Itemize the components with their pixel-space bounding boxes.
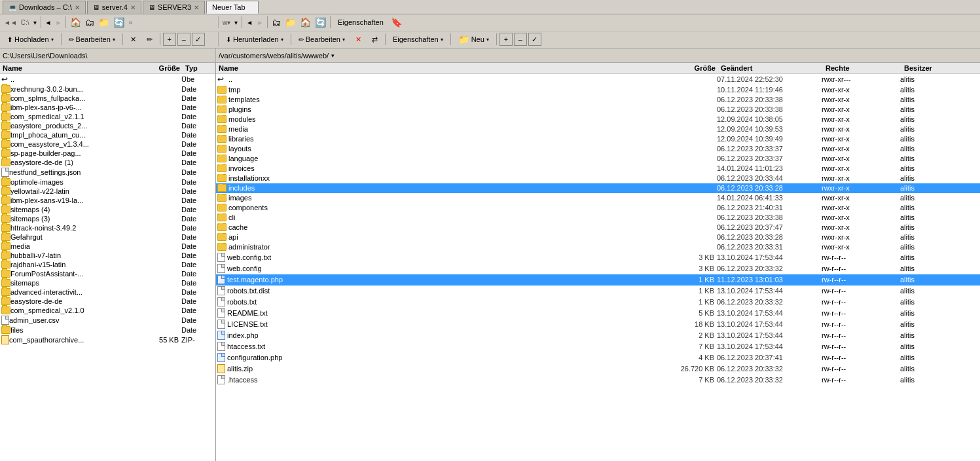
properties-btn[interactable]: Eigenschaften ▾ xyxy=(388,32,448,46)
right-path-dropdown[interactable]: ▾ xyxy=(331,52,335,59)
left-list-item[interactable]: sitemaps (3) Date xyxy=(0,214,215,223)
right-list-item[interactable]: web.config.txt 3 KB 13.10.2024 17:53:44 … xyxy=(216,252,980,263)
right-edit-btn[interactable]: ✏ Bearbeiten ▾ xyxy=(294,32,350,46)
right-plus-btn[interactable]: + xyxy=(499,33,513,46)
right-list-item[interactable]: includes 06.12.2023 20:33:28 rwxr-xr-x a… xyxy=(216,183,980,193)
right-file-name: invoices xyxy=(228,164,255,172)
left-list-item[interactable]: com_spauthorarchive... 55 KB ZIP- xyxy=(0,335,215,345)
left-list-item[interactable]: com_spmedical_v2.1.0 Date xyxy=(0,306,215,315)
left-list-item[interactable]: easystore-de-de Date xyxy=(0,297,215,306)
right-list-item[interactable]: index.php 2 KB 13.10.2024 17:53:44 rw-r-… xyxy=(216,330,980,341)
right-col-perms[interactable]: Rechte xyxy=(823,64,901,72)
left-list-item[interactable]: media Date xyxy=(0,242,215,251)
right-check-btn[interactable]: ✓ xyxy=(528,33,541,46)
right-file-owner: alitis xyxy=(900,145,979,153)
left-file-name: xrechnung-3.0.2-bun... xyxy=(10,85,145,93)
right-list-item[interactable]: README.txt 5 KB 13.10.2024 17:53:44 rw-r… xyxy=(216,308,980,319)
left-minus-btn[interactable]: – xyxy=(177,33,191,46)
left-list-item[interactable]: com_splms_fullpacka... Date xyxy=(0,94,215,103)
left-list-item[interactable]: hubballi-v7-latin Date xyxy=(0,251,215,260)
right-sync-btn[interactable]: ⇄ xyxy=(367,32,382,46)
tab-neuer[interactable]: Neuer Tab xyxy=(206,1,259,14)
left-list-item[interactable]: optimole-images Date xyxy=(0,177,215,187)
right-list-item[interactable]: test.magento.php 1 KB 11.12.2023 13:01:0… xyxy=(216,274,980,286)
tab-server3-close[interactable]: ✕ xyxy=(194,4,199,11)
right-list-item[interactable]: robots.txt 1 KB 06.12.2023 20:33:32 rw-r… xyxy=(216,297,980,308)
right-list-item[interactable]: installationxx 06.12.2023 20:33:44 rwxr-… xyxy=(216,174,980,183)
left-list-item[interactable]: sitemaps Date xyxy=(0,278,215,287)
right-list-item[interactable]: templates 06.12.2023 20:33:38 rwxr-xr-x … xyxy=(216,95,980,105)
right-list-item[interactable]: tmp 10.11.2024 11:19:46 rwxr-xr-x alitis xyxy=(216,85,980,95)
upload-btn[interactable]: ⬆ Hochladen ▾ xyxy=(3,32,58,46)
right-list-item[interactable]: ↩ .. 07.11.2024 22:52:30 rwxr-xr--- alit… xyxy=(216,74,980,85)
left-list-item[interactable]: ForumPostAssistant-... Date xyxy=(0,269,215,278)
right-list-item[interactable]: api 06.12.2023 20:33:28 rwxr-xr-x alitis xyxy=(216,232,980,242)
right-list-item[interactable]: libraries 12.09.2024 10:39:49 rwxr-xr-x … xyxy=(216,134,980,144)
left-list-item[interactable]: yellowtail-v22-latin Date xyxy=(0,187,215,196)
left-list-item[interactable]: nestfund_settings.json Date xyxy=(0,167,215,177)
left-list-item[interactable]: ibm-plex-sans-jp-v6-... Date xyxy=(0,103,215,112)
right-list-item[interactable]: .htaccess 7 KB 06.12.2023 20:33:32 rw-r-… xyxy=(216,375,980,386)
left-list-item[interactable]: advanced-interactivit... Date xyxy=(0,287,215,297)
left-list-item[interactable]: com_easystore_v1.3.4... Date xyxy=(0,139,215,149)
right-list-item[interactable]: plugins 06.12.2023 20:33:38 rwxr-xr-x al… xyxy=(216,105,980,115)
right-list-item[interactable]: language 06.12.2023 20:33:37 rwxr-xr-x a… xyxy=(216,154,980,164)
search-files-btn[interactable]: Eigenschaften xyxy=(333,15,388,29)
left-list-item[interactable]: xrechnung-3.0.2-bun... Date xyxy=(0,84,215,94)
left-list-item[interactable]: sp-page-builder-pag... Date xyxy=(0,149,215,158)
right-col-name[interactable]: Name xyxy=(216,64,653,72)
left-list-item[interactable]: httrack-noinst-3.49.2 Date xyxy=(0,223,215,232)
left-list-item[interactable]: sitemaps (4) Date xyxy=(0,205,215,214)
folder-icon xyxy=(1,288,10,296)
right-file-perms: rw-r--r-- xyxy=(822,265,900,272)
tab-server4[interactable]: 🖥 server.4 ✕ xyxy=(87,1,141,14)
right-col-owner[interactable]: Besitzer xyxy=(901,64,980,72)
right-list-item[interactable]: invoices 14.01.2024 11:01:23 rwxr-xr-x a… xyxy=(216,164,980,174)
left-list-item[interactable]: easystore-de-de (1) Date xyxy=(0,158,215,167)
right-minus-btn[interactable]: – xyxy=(514,33,527,46)
left-list-item[interactable]: Gefahrgut Date xyxy=(0,232,215,242)
left-check-btn[interactable]: ✓ xyxy=(192,33,205,46)
right-list-item[interactable]: LICENSE.txt 18 KB 13.10.2024 17:53:44 rw… xyxy=(216,319,980,330)
left-list-item[interactable]: ibm-plex-sans-v19-la... Date xyxy=(0,196,215,205)
tab-downloads-close[interactable]: ✕ xyxy=(75,4,80,11)
tab-downloads[interactable]: 💻 Downloads – C:\ ✕ xyxy=(3,1,86,14)
left-delete-btn[interactable]: ✕ xyxy=(126,32,141,46)
left-list-item[interactable]: files Date xyxy=(0,325,215,335)
tab-server4-close[interactable]: ✕ xyxy=(130,4,136,11)
right-list-item[interactable]: media 12.09.2024 10:39:53 rwxr-xr-x alit… xyxy=(216,124,980,134)
left-list-item[interactable]: ↩ .. Übe xyxy=(0,74,215,84)
right-list-item[interactable]: modules 12.09.2024 10:38:05 rwxr-xr-x al… xyxy=(216,115,980,124)
left-list-item[interactable]: admin_user.csv Date xyxy=(0,315,215,325)
left-list-item[interactable]: com_spmedical_v2.1.1 Date xyxy=(0,112,215,121)
folder-icon xyxy=(1,113,10,120)
right-list-item[interactable]: layouts 06.12.2023 20:33:37 rwxr-xr-x al… xyxy=(216,144,980,154)
new-btn[interactable]: 📁 Neu ▾ xyxy=(454,32,494,46)
left-list-item[interactable]: rajdhani-v15-latin Date xyxy=(0,260,215,269)
left-new-folder-btn[interactable]: + xyxy=(163,33,176,46)
left-edit-btn[interactable]: ✏ Bearbeiten ▾ xyxy=(64,32,120,46)
right-col-date[interactable]: Geändert xyxy=(718,64,823,72)
right-col-size[interactable]: Größe xyxy=(653,64,718,72)
right-file-perms: rwxr-xr-x xyxy=(822,164,900,172)
right-close-btn[interactable]: ✕ xyxy=(351,32,366,46)
download-btn[interactable]: ⬇ Herunterladen ▾ xyxy=(221,32,288,46)
left-list-item[interactable]: tmpl_phoca_atum_cu... Date xyxy=(0,130,215,139)
right-list-item[interactable]: cli 06.12.2023 20:33:38 rwxr-xr-x alitis xyxy=(216,213,980,223)
left-col-name[interactable]: Name xyxy=(0,64,143,72)
right-item-name-cell: ↩ .. xyxy=(217,75,651,84)
right-list-item[interactable]: components 06.12.2023 21:40:31 rwxr-xr-x… xyxy=(216,203,980,213)
left-rename-btn[interactable]: ✏ xyxy=(142,32,157,46)
right-list-item[interactable]: robots.txt.dist 1 KB 13.10.2024 17:53:44… xyxy=(216,286,980,297)
right-list-item[interactable]: images 14.01.2024 06:41:33 rwxr-xr-x ali… xyxy=(216,193,980,203)
right-list-item[interactable]: cache 06.12.2023 20:37:47 rwxr-xr-x alit… xyxy=(216,223,980,232)
right-list-item[interactable]: administrator 06.12.2023 20:33:31 rwxr-x… xyxy=(216,242,980,252)
right-list-item[interactable]: configuration.php 4 KB 06.12.2023 20:37:… xyxy=(216,352,980,363)
right-list-item[interactable]: htaccess.txt 7 KB 13.10.2024 17:53:44 rw… xyxy=(216,341,980,352)
left-col-size[interactable]: Größe xyxy=(143,64,183,72)
left-col-type[interactable]: Typ xyxy=(183,64,215,72)
tab-server3[interactable]: 🖥 SERVER3 ✕ xyxy=(143,1,205,14)
right-list-item[interactable]: web.config 3 KB 06.12.2023 20:33:32 rw-r… xyxy=(216,263,980,274)
left-list-item[interactable]: easystore_products_2... Date xyxy=(0,121,215,130)
right-list-item[interactable]: alitis.zip 26.720 KB 06.12.2023 20:33:32… xyxy=(216,363,980,375)
